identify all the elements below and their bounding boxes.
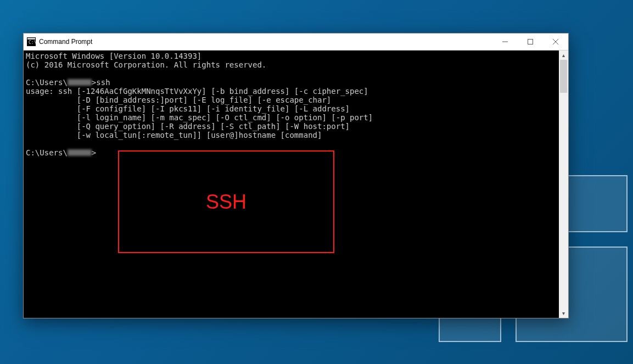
desktop-background: C:\ Command Prompt Microsoft Windows [Ve… [0, 0, 633, 364]
window-title: Command Prompt [39, 38, 92, 46]
scroll-thumb[interactable] [560, 60, 567, 93]
console-output[interactable]: Microsoft Windows [Version 10.0.14393] (… [24, 51, 559, 318]
redacted-username [68, 79, 92, 86]
titlebar[interactable]: C:\ Command Prompt [24, 33, 568, 51]
annotation-label: SSH [206, 198, 247, 206]
maximize-button[interactable] [518, 33, 543, 50]
scroll-up-arrow[interactable]: ▴ [559, 51, 568, 60]
svg-rect-1 [27, 38, 35, 40]
scroll-down-arrow[interactable]: ▾ [559, 309, 568, 318]
command-prompt-window: C:\ Command Prompt Microsoft Windows [Ve… [23, 33, 569, 318]
svg-text:C:\: C:\ [29, 40, 36, 45]
annotation-box: SSH [118, 150, 334, 253]
vertical-scrollbar[interactable]: ▴ ▾ [559, 51, 568, 318]
minimize-button[interactable] [492, 33, 518, 50]
svg-rect-4 [528, 40, 533, 44]
cmd-icon: C:\ [27, 37, 36, 46]
redacted-username [68, 149, 92, 156]
close-button[interactable] [543, 33, 568, 50]
